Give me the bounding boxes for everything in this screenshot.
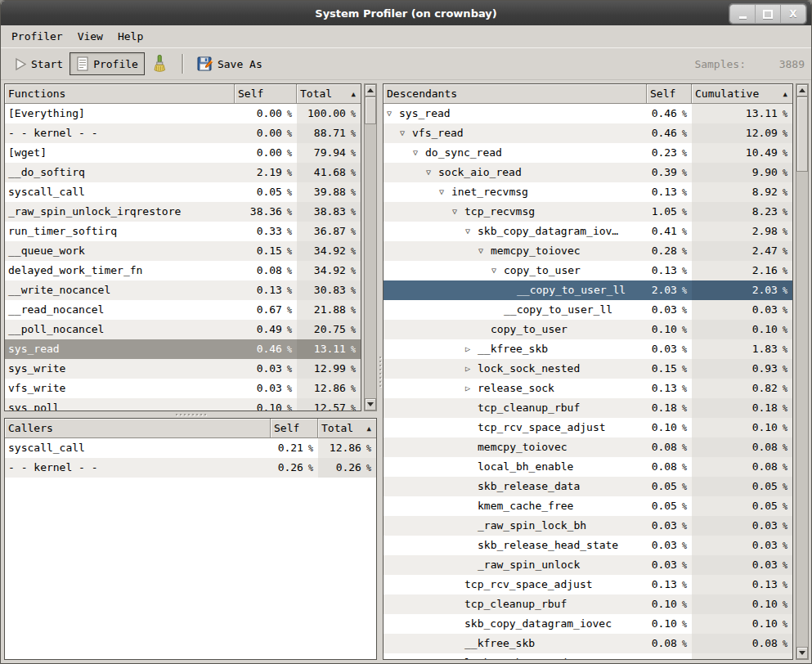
column-header-self[interactable]: Self <box>647 84 692 104</box>
scroll-down-button[interactable] <box>796 647 808 659</box>
expander-closed-icon[interactable]: ▷ <box>465 359 478 379</box>
column-header-self[interactable]: Self <box>235 84 297 104</box>
descendants-table: Descendants Self Cumulative▲ ▽sys_read0.… <box>383 83 793 660</box>
tree-row[interactable]: ▽vfs_read0.46 %12.09 % <box>384 123 792 143</box>
tree-row[interactable]: ▽sock_aio_read0.39 %9.90 % <box>384 163 792 182</box>
table-row[interactable]: __read_nocancel0.67 %21.88 % <box>5 300 361 320</box>
minimize-button[interactable] <box>730 5 755 23</box>
vertical-splitter[interactable] <box>377 83 383 660</box>
tree-row[interactable]: ▷__kfree_skb0.03 %1.83 % <box>384 339 792 359</box>
expander-closed-icon[interactable]: ▷ <box>452 653 464 659</box>
save-as-button[interactable]: Save As <box>191 52 269 76</box>
table-row[interactable]: syscall_call0.21 %12.86 % <box>5 438 376 458</box>
scroll-up-button[interactable] <box>365 84 376 96</box>
tree-row[interactable]: tcp_rcv_space_adjust0.10 %0.10 % <box>384 418 792 437</box>
tree-row[interactable]: copy_to_user0.10 %0.10 % <box>384 320 792 339</box>
tree-row[interactable]: ▽do_sync_read0.23 %10.49 % <box>384 143 792 163</box>
tree-row[interactable]: ▽memcpy_toiovec0.28 %2.47 % <box>384 241 792 261</box>
menu-profiler[interactable]: Profiler <box>4 28 70 45</box>
scrollbar-thumb[interactable] <box>796 96 808 172</box>
percent-sign: % <box>677 600 687 609</box>
column-header-callers[interactable]: Callers <box>5 419 271 438</box>
tree-row[interactable]: skb_copy_datagram_iovec0.10 %0.10 % <box>384 614 792 634</box>
tree-row[interactable]: ▷lock_sock_nested0.15 %0.93 % <box>384 359 792 379</box>
table-row[interactable]: delayed_work_timer_fn0.08 %34.92 % <box>5 261 361 280</box>
self-percent-cell: 0.03 % <box>647 555 692 575</box>
expander-closed-icon[interactable]: ▷ <box>465 379 478 398</box>
expander-open-icon[interactable]: ▽ <box>413 143 425 163</box>
tree-row[interactable]: __kfree_skb0.08 %0.08 % <box>384 634 792 653</box>
profile-button[interactable]: Profile <box>70 52 145 75</box>
tree-row[interactable]: local_bh_enable0.08 %0.08 % <box>384 457 792 477</box>
percent-sign: % <box>778 208 787 217</box>
table-row[interactable]: __do_softirq2.19 %41.68 % <box>5 163 361 182</box>
table-row[interactable]: _raw_spin_unlock_irqrestore38.36 %38.83 … <box>5 202 361 222</box>
table-row[interactable]: sys_poll0.10 %12.57 % <box>5 398 361 411</box>
close-button[interactable]: X <box>780 5 805 23</box>
table-row[interactable]: __queue_work0.15 %34.92 % <box>5 241 361 261</box>
column-header-self[interactable]: Self <box>271 419 318 438</box>
column-header-descendants[interactable]: Descendants <box>384 84 647 104</box>
tree-row[interactable]: kmem_cache_free0.05 %0.05 % <box>384 496 792 516</box>
horizontal-splitter[interactable] <box>4 411 377 418</box>
table-row[interactable]: syscall_call0.05 %39.88 % <box>5 182 361 202</box>
tree-row[interactable]: ▷lock_sock_nested0.03 %0.03 % <box>384 653 792 659</box>
scrollbar-track[interactable] <box>796 96 808 647</box>
menu-help[interactable]: Help <box>110 28 150 45</box>
table-row[interactable]: [wget]0.00 %79.94 % <box>5 143 361 163</box>
tree-row[interactable]: ▷release_sock0.13 %0.82 % <box>384 379 792 398</box>
start-button[interactable]: Start <box>7 53 70 75</box>
expander-open-icon[interactable]: ▽ <box>426 163 438 182</box>
tree-row[interactable]: skb_release_head_state0.03 %0.03 % <box>384 536 792 555</box>
function-name-cell: tcp_rcv_space_adjust <box>384 418 647 437</box>
expander-open-icon[interactable]: ▽ <box>439 182 451 202</box>
menu-view[interactable]: View <box>70 28 110 45</box>
expander-open-icon[interactable]: ▽ <box>491 261 504 280</box>
expander-open-icon[interactable]: ▽ <box>387 104 399 123</box>
scroll-down-button[interactable] <box>365 398 376 411</box>
tree-row[interactable]: ▽tcp_recvmsg1.05 %8.23 % <box>384 202 792 222</box>
tree-row[interactable]: tcp_cleanup_rbuf0.10 %0.10 % <box>384 594 792 614</box>
tree-row[interactable]: tcp_cleanup_rbuf0.18 %0.18 % <box>384 398 792 418</box>
table-row[interactable]: vfs_write0.03 %12.86 % <box>5 379 361 398</box>
table-row[interactable]: __write_nocancel0.13 %30.83 % <box>5 280 361 300</box>
column-header-total[interactable]: Total▲ <box>297 84 361 104</box>
column-header-functions[interactable]: Functions <box>5 84 235 104</box>
column-header-total[interactable]: Total▲ <box>318 419 376 438</box>
tree-row[interactable]: ▽skb_copy_datagram_iov…0.41 %2.98 % <box>384 222 792 241</box>
tree-row[interactable]: __copy_to_user_ll2.03 %2.03 % <box>384 280 792 300</box>
tree-row[interactable]: tcp_rcv_space_adjust0.13 %0.13 % <box>384 575 792 594</box>
expander-open-icon[interactable]: ▽ <box>478 241 491 261</box>
tree-row[interactable]: ▽sys_read0.46 %13.11 % <box>384 104 792 123</box>
tree-row[interactable]: _raw_spin_unlock0.03 %0.03 % <box>384 555 792 575</box>
scrollbar-thumb[interactable] <box>365 96 376 124</box>
maximize-button[interactable] <box>755 5 780 23</box>
callers-panel: Callers Self Total▲ syscall_call0.21 %12… <box>4 418 377 660</box>
reset-button[interactable] <box>145 51 174 77</box>
expander-closed-icon[interactable]: ▷ <box>465 339 478 359</box>
percent-sign: % <box>778 267 787 276</box>
expander-open-icon[interactable]: ▽ <box>400 123 412 143</box>
tree-row[interactable]: skb_release_data0.05 %0.05 % <box>384 477 792 496</box>
scroll-up-button[interactable] <box>796 84 808 96</box>
table-row[interactable]: __poll_nocancel0.49 %20.75 % <box>5 320 361 339</box>
table-row[interactable]: sys_write0.03 %12.99 % <box>5 359 361 379</box>
tree-row[interactable]: memcpy_toiovec0.08 %0.08 % <box>384 437 792 457</box>
function-name-cell: ▽memcpy_toiovec <box>384 241 647 261</box>
function-name-cell: ▽inet_recvmsg <box>384 182 647 202</box>
table-row[interactable]: - - kernel - -0.26 %0.26 % <box>5 458 376 478</box>
tree-row[interactable]: _raw_spin_lock_bh0.03 %0.03 % <box>384 516 792 536</box>
table-row[interactable]: - - kernel - -0.00 %88.71 % <box>5 123 361 143</box>
tree-row[interactable]: __copy_to_user_ll0.03 %0.03 % <box>384 300 792 320</box>
tree-row[interactable]: ▽inet_recvmsg0.13 %8.92 % <box>384 182 792 202</box>
expander-open-icon[interactable]: ▽ <box>452 202 464 222</box>
expander-open-icon[interactable]: ▽ <box>465 222 478 241</box>
table-row[interactable]: [Everything]0.00 %100.00 % <box>5 104 361 123</box>
tree-row[interactable]: ▽copy_to_user0.13 %2.16 % <box>384 261 792 280</box>
descendants-scrollbar[interactable] <box>796 83 809 660</box>
functions-scrollbar[interactable] <box>364 83 377 411</box>
column-header-cumulative[interactable]: Cumulative▲ <box>692 84 792 104</box>
table-row[interactable]: run_timer_softirq0.33 %36.87 % <box>5 222 361 241</box>
table-row[interactable]: sys_read0.46 %13.11 % <box>5 339 361 359</box>
scrollbar-track[interactable] <box>365 96 376 398</box>
